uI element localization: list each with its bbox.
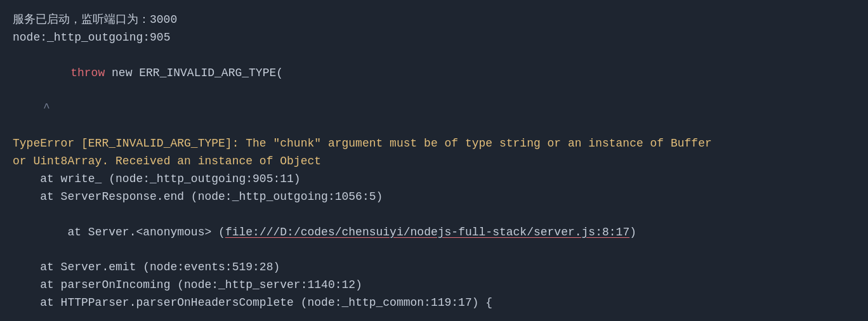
code-property-line: code: 'ERR_INVALID_ARG_TYPE'	[13, 312, 855, 321]
stack-line-server-emit: at Server.emit (node:events:519:28)	[13, 259, 855, 277]
server-start-line: 服务已启动，监听端口为：3000	[13, 11, 855, 29]
terminal-output: 服务已启动，监听端口为：3000 node:_http_outgoing:905…	[0, 0, 868, 321]
blank-line-1	[13, 117, 855, 135]
throw-line: throw new ERR_INVALID_ARG_TYPE(	[13, 47, 855, 100]
stack-line-write: at write_ (node:_http_outgoing:905:11)	[13, 171, 855, 188]
stack-line-httpparser: at HTTPParser.parserOnHeadersComplete (n…	[13, 294, 855, 312]
node-http-outgoing-line: node:_http_outgoing:905	[13, 29, 855, 47]
error-header-line1: TypeError [ERR_INVALID_ARG_TYPE]: The "c…	[13, 135, 855, 153]
stack-line-serverresponse: at ServerResponse.end (node:_http_outgoi…	[13, 188, 855, 206]
caret-line: ^	[13, 100, 855, 117]
stack-line-parseroncoming: at parserOnIncoming (node:_http_server:1…	[13, 277, 855, 294]
throw-rest: new ERR_INVALID_ARG_TYPE(	[105, 67, 283, 79]
file-path: file:///D:/codes/chensuiyi/nodejs-full-s…	[225, 226, 629, 239]
stack-line-server-anon: at Server.<anonymous> (file:///D:/codes/…	[13, 206, 855, 259]
error-header-line2: or Uint8Array. Received an instance of O…	[13, 153, 855, 171]
throw-keyword: throw	[70, 67, 105, 79]
